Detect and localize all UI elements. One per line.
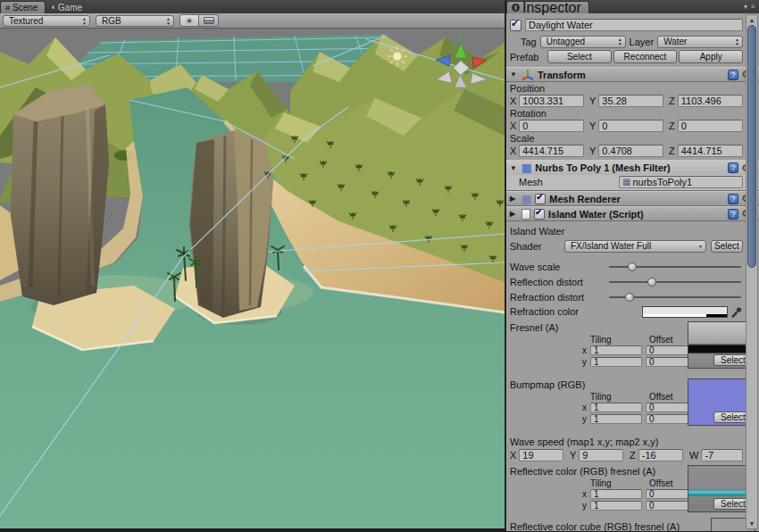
value: -7 [705,450,713,461]
help-icon[interactable]: ? [728,209,738,220]
transform-header[interactable]: ▼ Transform ? ⚙▾ [506,67,759,82]
y-label: y [578,414,587,424]
reflective-tiling-x-field[interactable]: 1 [590,489,642,499]
foldout-expanded-icon[interactable]: ▼ [510,71,518,79]
scene-effects-toggle[interactable] [199,14,219,27]
shader-dropdown[interactable]: FX/Island Water Full ▼ [564,240,706,253]
mesh-renderer-icon: ▩ [521,194,531,204]
wave-speed-w-field[interactable]: -7 [701,449,743,461]
rotation-x-field[interactable]: 0 [519,120,584,132]
scene-lighting-toggle[interactable]: ☀ [179,14,199,27]
position-x-field[interactable]: 1003.331 [519,95,584,107]
wave-speed-z-field[interactable]: -16 [638,449,683,461]
layer-label: Layer [630,37,655,47]
rotation-z: 0 [681,121,687,131]
inspector-scrollbar[interactable]: ▲ ▼ [746,14,758,529]
reflection-distort-slider[interactable] [609,277,741,287]
check-icon: ✔ [536,192,543,202]
y-label: y [578,501,587,511]
tab-game[interactable]: ◖ Game [46,1,89,13]
active-checkbox[interactable]: ✔ [510,20,521,31]
z-label: Z [630,450,636,461]
y-label: Y [570,450,576,461]
prefab-label: Prefab [510,52,546,62]
prefab-reconnect-button[interactable]: Reconnect [613,50,678,63]
help-icon[interactable]: ? [728,194,738,204]
x-label: x [578,345,587,355]
gameobject-name-field[interactable]: Daylight Water [525,19,743,31]
help-icon[interactable]: ? [728,162,738,173]
x-label: X [510,145,516,156]
sun-gizmo-icon[interactable] [388,46,407,66]
fresnel-tiling-y-field[interactable]: 1 [590,357,642,367]
scroll-down-icon[interactable]: ▼ [746,519,757,528]
slider-knob[interactable] [625,293,634,302]
island-water-script-header[interactable]: ▶ ✔ Island Water (Script) ? ⚙▾ [506,206,759,221]
inspector-tabbar: i Inspector ▾ ≡ [506,0,759,13]
bumpmap-tiling-y-field[interactable]: 1 [590,414,642,424]
scale-y-field[interactable]: 0.4708 [598,145,663,157]
layer-dropdown[interactable]: Water ▲▼ [657,36,743,48]
prefab-select-button[interactable]: Select [547,50,612,63]
slider-knob[interactable] [647,278,656,287]
dropdown-arrows-icon: ▲▼ [166,17,171,26]
position-z-field[interactable]: 1103.496 [678,95,743,107]
bumpmap-tiling-x-field[interactable]: 1 [590,403,642,412]
mesh-object-field[interactable]: ▦ nurbsToPoly1 [619,176,743,188]
pane-menu-icon[interactable]: ▾ ≡ [744,3,756,11]
prefab-apply-button[interactable]: Apply [679,50,743,63]
scene-viewport[interactable]: Y [0,29,505,528]
wave-speed-y-field[interactable]: 9 [579,449,623,461]
position-y-field[interactable]: 35.28 [598,95,663,107]
rotation-label: Rotation [510,107,743,119]
color-channels-dropdown[interactable]: RGB ▲▼ [96,15,174,27]
position-x: 1003.331 [522,96,563,106]
eyedropper-icon[interactable] [730,306,743,318]
wave-speed-x-field[interactable]: 19 [519,449,563,461]
tag-dropdown[interactable]: Untagged ▲▼ [540,36,626,48]
tiling-label: Tiling [590,335,649,345]
scene-panel: # Scene ◖ Game Textured ▲▼ RGB ▲▼ ☀ [0,0,505,528]
scrollbar-thumb[interactable] [747,25,756,268]
refraction-distort-slider[interactable] [609,292,741,303]
inspector-info-icon: i [512,4,520,12]
rotation-x: 0 [522,121,528,131]
inspector-body: ✔ Daylight Water Tag Untagged ▲▼ Layer W… [506,13,759,531]
script-checkbox[interactable]: ✔ [534,209,545,220]
foldout-expanded-icon[interactable]: ▼ [510,164,518,172]
rotation-y-field[interactable]: 0 [598,120,663,132]
scale-x-field[interactable]: 4414.715 [519,145,584,157]
reflective-cube-block: Reflective color cube (RGB) fresnel (A) … [510,520,743,531]
fresnel-tiling-x-field[interactable]: 1 [590,345,642,355]
mesh-renderer-header[interactable]: ▶ ▩ ✔ Mesh Renderer ? ⚙▾ [506,191,759,206]
tab-scene[interactable]: # Scene [0,1,46,13]
shader-select-button[interactable]: Select [711,240,743,253]
select-label: Select [721,355,746,365]
value: 0 [649,489,655,499]
render-mode-dropdown[interactable]: Textured ▲▼ [3,15,90,27]
rotation-z-field[interactable]: 0 [678,120,743,132]
position-y: 35.28 [602,96,627,106]
scale-z-field[interactable]: 4414.715 [678,145,743,157]
material-name: Island Water [510,224,743,238]
scale-z: 4414.715 [681,145,722,156]
value: 9 [582,450,588,461]
foldout-collapsed-icon[interactable]: ▶ [510,210,518,218]
transform-axis-icon [521,69,534,80]
scene-toolbar: Textured ▲▼ RGB ▲▼ ☀ [0,13,505,29]
transform-title: Transform [538,70,724,80]
mesh-filter-header[interactable]: ▼ ▦ Nurbs To Poly 1 (Mesh Filter) ? ⚙▾ [506,160,759,175]
value: 0 [649,501,655,511]
help-icon[interactable]: ? [728,70,738,80]
wave-scale-slider[interactable] [609,262,741,272]
value: 1 [594,357,599,367]
scroll-up-icon[interactable]: ▲ [746,15,757,25]
slider-knob[interactable] [628,262,637,271]
reflective-tiling-y-field[interactable]: 1 [590,501,642,511]
value: 0 [649,403,655,412]
refraction-color-swatch[interactable] [642,306,728,318]
foldout-collapsed-icon[interactable]: ▶ [510,195,518,203]
tab-inspector[interactable]: i Inspector [506,1,589,13]
value: 19 [522,450,533,461]
mesh-renderer-checkbox[interactable]: ✔ [535,194,546,204]
